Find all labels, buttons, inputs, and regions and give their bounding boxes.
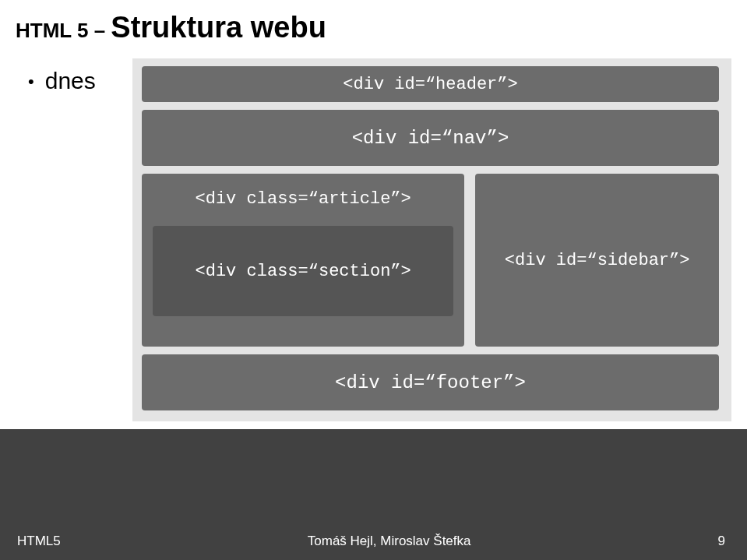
layout-diagram: <div id=“header”> <div id=“nav”> <div cl… (132, 58, 731, 421)
diagram-article-box: <div class=“article”> <div class=“sectio… (142, 174, 464, 347)
diagram-footer-label: <div id=“footer”> (335, 372, 526, 393)
footer-left: HTML5 (17, 534, 61, 549)
diagram-sidebar-box: <div id=“sidebar”> (475, 174, 719, 347)
slide-footer: HTML5 Tomáš Hejl, Miroslav Štefka 9 (0, 526, 747, 560)
bullet-dot-icon: • (28, 72, 45, 91)
bullet-item: •dnes (0, 58, 132, 421)
diagram-header-box: <div id=“header”> (142, 66, 719, 102)
diagram-section-box: <div class=“section”> (153, 226, 453, 316)
slide-title-bar: HTML 5 – Struktura webu (0, 0, 747, 58)
diagram-section-label: <div class=“section”> (196, 262, 411, 281)
diagram-nav-box: <div id=“nav”> (142, 110, 719, 166)
footer-center: Tomáš Hejl, Miroslav Štefka (308, 534, 471, 549)
content-row: •dnes <div id=“header”> <div id=“nav”> <… (0, 58, 747, 429)
slide-background (0, 429, 747, 526)
diagram-header-label: <div id=“header”> (343, 75, 517, 94)
title-main: Struktura webu (111, 11, 326, 44)
diagram-sidebar-label: <div id=“sidebar”> (505, 251, 690, 270)
diagram-footer-box: <div id=“footer”> (142, 354, 719, 410)
footer-right: 9 (718, 534, 725, 549)
diagram-article-label: <div class=“article”> (153, 186, 453, 226)
title-prefix: HTML 5 – (16, 19, 111, 42)
bullet-text: dnes (45, 68, 96, 93)
diagram-middle-row: <div class=“article”> <div class=“sectio… (142, 174, 719, 347)
diagram-nav-label: <div id=“nav”> (352, 128, 509, 149)
